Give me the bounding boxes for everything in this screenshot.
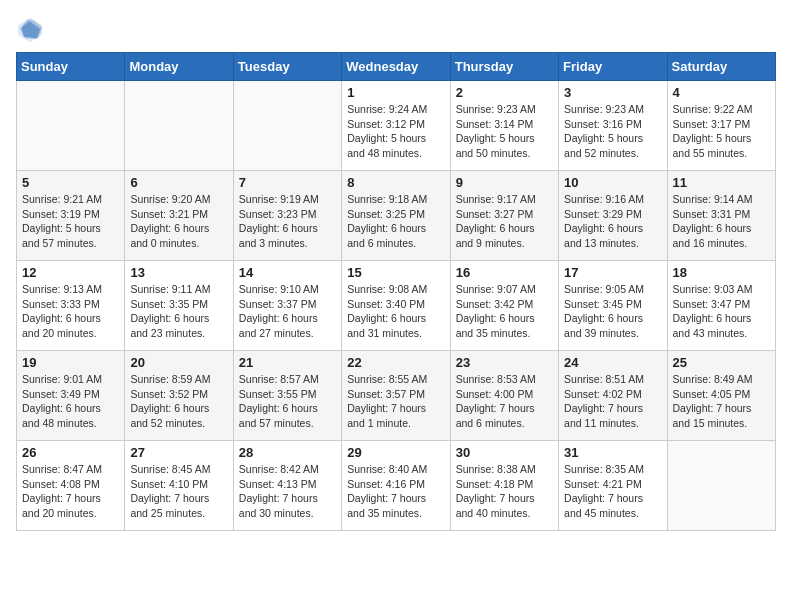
day-number: 21 <box>239 355 336 370</box>
calendar-day-cell: 16Sunrise: 9:07 AMSunset: 3:42 PMDayligh… <box>450 261 558 351</box>
calendar-header-row: SundayMondayTuesdayWednesdayThursdayFrid… <box>17 53 776 81</box>
calendar-day-cell: 27Sunrise: 8:45 AMSunset: 4:10 PMDayligh… <box>125 441 233 531</box>
day-info: Sunrise: 8:51 AMSunset: 4:02 PMDaylight:… <box>564 372 661 431</box>
calendar-day-cell: 25Sunrise: 8:49 AMSunset: 4:05 PMDayligh… <box>667 351 775 441</box>
day-number: 3 <box>564 85 661 100</box>
calendar-day-cell: 1Sunrise: 9:24 AMSunset: 3:12 PMDaylight… <box>342 81 450 171</box>
calendar-day-cell: 9Sunrise: 9:17 AMSunset: 3:27 PMDaylight… <box>450 171 558 261</box>
logo-icon <box>16 16 44 44</box>
weekday-header: Sunday <box>17 53 125 81</box>
calendar-week-row: 1Sunrise: 9:24 AMSunset: 3:12 PMDaylight… <box>17 81 776 171</box>
calendar-day-cell: 3Sunrise: 9:23 AMSunset: 3:16 PMDaylight… <box>559 81 667 171</box>
day-info: Sunrise: 8:38 AMSunset: 4:18 PMDaylight:… <box>456 462 553 521</box>
calendar-day-cell: 7Sunrise: 9:19 AMSunset: 3:23 PMDaylight… <box>233 171 341 261</box>
day-number: 12 <box>22 265 119 280</box>
day-info: Sunrise: 8:49 AMSunset: 4:05 PMDaylight:… <box>673 372 770 431</box>
day-number: 1 <box>347 85 444 100</box>
calendar-day-cell: 14Sunrise: 9:10 AMSunset: 3:37 PMDayligh… <box>233 261 341 351</box>
day-info: Sunrise: 9:01 AMSunset: 3:49 PMDaylight:… <box>22 372 119 431</box>
day-info: Sunrise: 9:17 AMSunset: 3:27 PMDaylight:… <box>456 192 553 251</box>
calendar-week-row: 5Sunrise: 9:21 AMSunset: 3:19 PMDaylight… <box>17 171 776 261</box>
day-info: Sunrise: 9:08 AMSunset: 3:40 PMDaylight:… <box>347 282 444 341</box>
calendar-day-cell: 18Sunrise: 9:03 AMSunset: 3:47 PMDayligh… <box>667 261 775 351</box>
calendar-day-cell: 19Sunrise: 9:01 AMSunset: 3:49 PMDayligh… <box>17 351 125 441</box>
day-number: 9 <box>456 175 553 190</box>
calendar-day-cell <box>667 441 775 531</box>
day-number: 4 <box>673 85 770 100</box>
day-info: Sunrise: 8:47 AMSunset: 4:08 PMDaylight:… <box>22 462 119 521</box>
day-info: Sunrise: 8:55 AMSunset: 3:57 PMDaylight:… <box>347 372 444 431</box>
day-info: Sunrise: 9:05 AMSunset: 3:45 PMDaylight:… <box>564 282 661 341</box>
calendar-day-cell: 8Sunrise: 9:18 AMSunset: 3:25 PMDaylight… <box>342 171 450 261</box>
day-number: 26 <box>22 445 119 460</box>
day-info: Sunrise: 8:53 AMSunset: 4:00 PMDaylight:… <box>456 372 553 431</box>
day-info: Sunrise: 9:21 AMSunset: 3:19 PMDaylight:… <box>22 192 119 251</box>
day-number: 28 <box>239 445 336 460</box>
calendar-day-cell: 28Sunrise: 8:42 AMSunset: 4:13 PMDayligh… <box>233 441 341 531</box>
day-number: 31 <box>564 445 661 460</box>
day-info: Sunrise: 9:22 AMSunset: 3:17 PMDaylight:… <box>673 102 770 161</box>
calendar-day-cell: 2Sunrise: 9:23 AMSunset: 3:14 PMDaylight… <box>450 81 558 171</box>
day-number: 6 <box>130 175 227 190</box>
calendar-week-row: 12Sunrise: 9:13 AMSunset: 3:33 PMDayligh… <box>17 261 776 351</box>
day-info: Sunrise: 9:13 AMSunset: 3:33 PMDaylight:… <box>22 282 119 341</box>
day-info: Sunrise: 9:20 AMSunset: 3:21 PMDaylight:… <box>130 192 227 251</box>
day-info: Sunrise: 8:57 AMSunset: 3:55 PMDaylight:… <box>239 372 336 431</box>
logo <box>16 16 48 44</box>
day-info: Sunrise: 9:03 AMSunset: 3:47 PMDaylight:… <box>673 282 770 341</box>
calendar-day-cell: 6Sunrise: 9:20 AMSunset: 3:21 PMDaylight… <box>125 171 233 261</box>
day-number: 16 <box>456 265 553 280</box>
calendar-day-cell: 20Sunrise: 8:59 AMSunset: 3:52 PMDayligh… <box>125 351 233 441</box>
day-info: Sunrise: 9:23 AMSunset: 3:16 PMDaylight:… <box>564 102 661 161</box>
calendar-table: SundayMondayTuesdayWednesdayThursdayFrid… <box>16 52 776 531</box>
calendar-day-cell: 24Sunrise: 8:51 AMSunset: 4:02 PMDayligh… <box>559 351 667 441</box>
day-number: 24 <box>564 355 661 370</box>
calendar-day-cell: 15Sunrise: 9:08 AMSunset: 3:40 PMDayligh… <box>342 261 450 351</box>
calendar-day-cell: 31Sunrise: 8:35 AMSunset: 4:21 PMDayligh… <box>559 441 667 531</box>
day-info: Sunrise: 9:07 AMSunset: 3:42 PMDaylight:… <box>456 282 553 341</box>
calendar-day-cell: 17Sunrise: 9:05 AMSunset: 3:45 PMDayligh… <box>559 261 667 351</box>
calendar-day-cell: 11Sunrise: 9:14 AMSunset: 3:31 PMDayligh… <box>667 171 775 261</box>
day-number: 27 <box>130 445 227 460</box>
day-info: Sunrise: 8:45 AMSunset: 4:10 PMDaylight:… <box>130 462 227 521</box>
day-number: 2 <box>456 85 553 100</box>
calendar-day-cell: 4Sunrise: 9:22 AMSunset: 3:17 PMDaylight… <box>667 81 775 171</box>
weekday-header: Saturday <box>667 53 775 81</box>
day-number: 13 <box>130 265 227 280</box>
day-info: Sunrise: 9:23 AMSunset: 3:14 PMDaylight:… <box>456 102 553 161</box>
calendar-day-cell: 12Sunrise: 9:13 AMSunset: 3:33 PMDayligh… <box>17 261 125 351</box>
day-info: Sunrise: 9:10 AMSunset: 3:37 PMDaylight:… <box>239 282 336 341</box>
day-number: 15 <box>347 265 444 280</box>
day-number: 14 <box>239 265 336 280</box>
page-header <box>16 16 776 44</box>
weekday-header: Tuesday <box>233 53 341 81</box>
day-number: 11 <box>673 175 770 190</box>
day-number: 20 <box>130 355 227 370</box>
day-info: Sunrise: 8:35 AMSunset: 4:21 PMDaylight:… <box>564 462 661 521</box>
day-number: 10 <box>564 175 661 190</box>
day-info: Sunrise: 9:16 AMSunset: 3:29 PMDaylight:… <box>564 192 661 251</box>
day-info: Sunrise: 9:14 AMSunset: 3:31 PMDaylight:… <box>673 192 770 251</box>
day-info: Sunrise: 8:40 AMSunset: 4:16 PMDaylight:… <box>347 462 444 521</box>
calendar-day-cell <box>233 81 341 171</box>
day-number: 17 <box>564 265 661 280</box>
day-number: 19 <box>22 355 119 370</box>
day-info: Sunrise: 8:59 AMSunset: 3:52 PMDaylight:… <box>130 372 227 431</box>
day-number: 5 <box>22 175 119 190</box>
calendar-day-cell: 5Sunrise: 9:21 AMSunset: 3:19 PMDaylight… <box>17 171 125 261</box>
calendar-week-row: 19Sunrise: 9:01 AMSunset: 3:49 PMDayligh… <box>17 351 776 441</box>
day-info: Sunrise: 9:11 AMSunset: 3:35 PMDaylight:… <box>130 282 227 341</box>
weekday-header: Monday <box>125 53 233 81</box>
day-number: 8 <box>347 175 444 190</box>
day-number: 30 <box>456 445 553 460</box>
calendar-day-cell: 10Sunrise: 9:16 AMSunset: 3:29 PMDayligh… <box>559 171 667 261</box>
calendar-day-cell <box>17 81 125 171</box>
calendar-day-cell: 22Sunrise: 8:55 AMSunset: 3:57 PMDayligh… <box>342 351 450 441</box>
calendar-day-cell: 30Sunrise: 8:38 AMSunset: 4:18 PMDayligh… <box>450 441 558 531</box>
calendar-day-cell: 29Sunrise: 8:40 AMSunset: 4:16 PMDayligh… <box>342 441 450 531</box>
day-info: Sunrise: 9:19 AMSunset: 3:23 PMDaylight:… <box>239 192 336 251</box>
day-info: Sunrise: 8:42 AMSunset: 4:13 PMDaylight:… <box>239 462 336 521</box>
day-number: 25 <box>673 355 770 370</box>
weekday-header: Wednesday <box>342 53 450 81</box>
day-number: 23 <box>456 355 553 370</box>
